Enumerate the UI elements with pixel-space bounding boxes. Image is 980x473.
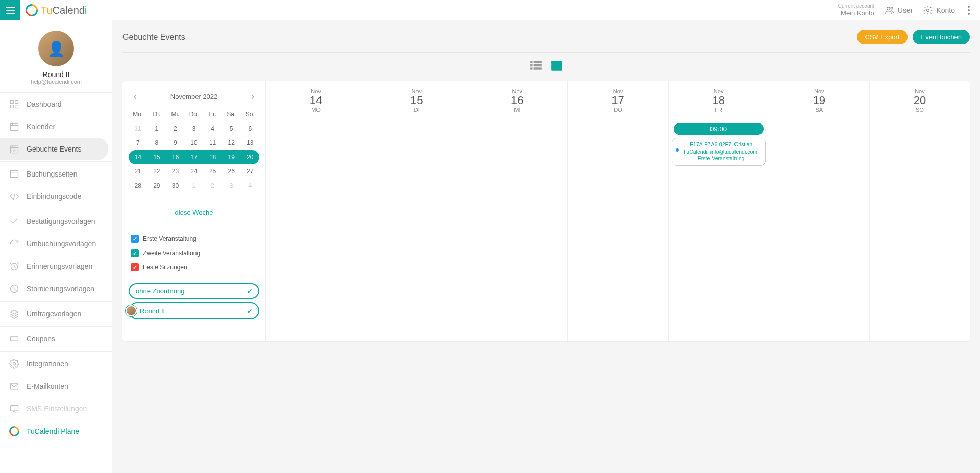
- mini-cal-day[interactable]: 3: [185, 121, 204, 136]
- svg-rect-3: [11, 101, 14, 104]
- mini-cal-day[interactable]: 12: [222, 136, 241, 150]
- prev-month[interactable]: ‹: [134, 91, 137, 102]
- mini-cal-day[interactable]: 15: [148, 150, 166, 164]
- mini-cal-day[interactable]: 13: [240, 136, 259, 150]
- check-icon: ✓: [247, 306, 253, 316]
- mini-cal-day[interactable]: 29: [148, 179, 166, 193]
- nav-kalender[interactable]: Kalender: [0, 115, 112, 138]
- day-header[interactable]: Nov15DI: [366, 81, 467, 118]
- logo-icon: [23, 2, 40, 19]
- user-menu[interactable]: User: [885, 5, 913, 15]
- mini-cal-day[interactable]: 8: [148, 136, 166, 150]
- mini-cal-day[interactable]: 30: [166, 179, 185, 193]
- day-header[interactable]: Nov16MI: [467, 81, 567, 118]
- mini-cal-day[interactable]: 28: [129, 179, 148, 193]
- mini-cal-title: November 2022: [170, 93, 218, 101]
- filter-label: Feste Sitzungen: [143, 264, 187, 271]
- svg-point-13: [13, 363, 16, 365]
- dashboard-icon: [9, 99, 19, 109]
- calendar-view-toggle[interactable]: [550, 59, 564, 73]
- day-header[interactable]: Nov19SA: [769, 81, 869, 118]
- mini-cal-day[interactable]: 27: [240, 164, 259, 179]
- mini-cal-day[interactable]: 17: [185, 150, 204, 164]
- mini-cal-day[interactable]: 7: [129, 136, 148, 150]
- mini-cal-day[interactable]: 2: [166, 121, 185, 136]
- mini-cal-day[interactable]: 11: [203, 136, 222, 150]
- mini-cal-day[interactable]: 21: [129, 164, 148, 179]
- nav-bestatigungsvorlagen[interactable]: Bestätigungsvorlagen: [0, 210, 112, 233]
- mini-cal-day[interactable]: 2: [203, 179, 222, 193]
- event-time-pill[interactable]: 09:00: [674, 123, 764, 135]
- nav-erinnerungsvorlagen[interactable]: Erinnerungsvorlagen: [0, 255, 112, 278]
- filter-event-type[interactable]: Erste Veranstaltung: [131, 232, 257, 246]
- mini-cal-day[interactable]: 6: [240, 121, 259, 136]
- svg-rect-23: [551, 61, 562, 63]
- nav-sms[interactable]: SMS Einstellungen: [0, 397, 112, 420]
- mini-cal-day[interactable]: 3: [222, 179, 241, 193]
- mini-cal-day[interactable]: 24: [185, 164, 204, 179]
- account-menu[interactable]: Konto: [923, 5, 955, 15]
- mini-cal-day[interactable]: 23: [166, 164, 185, 179]
- users-icon: [885, 5, 895, 15]
- dow-header: Di.: [148, 107, 166, 121]
- svg-rect-27: [553, 67, 554, 69]
- alarm-icon: [9, 261, 19, 271]
- mini-cal-day[interactable]: 4: [203, 121, 222, 136]
- next-month[interactable]: ›: [251, 91, 254, 102]
- svg-point-1: [891, 7, 893, 9]
- nav-einbindungscode[interactable]: Einbindungscode: [0, 185, 112, 208]
- mini-cal-day[interactable]: 16: [166, 150, 185, 164]
- event-card[interactable]: E17A-F7A6-02F7, Cristian TuCalendi, info…: [672, 138, 766, 166]
- mini-cal-day[interactable]: 19: [222, 150, 241, 164]
- mini-cal-day[interactable]: 31: [129, 121, 148, 136]
- filter-event-type[interactable]: Feste Sitzungen: [131, 260, 257, 275]
- profile-block: 👤 Round II help@tucalendi.com: [0, 26, 112, 92]
- refresh-icon: [9, 239, 19, 249]
- mini-cal-day[interactable]: 20: [240, 150, 259, 164]
- event-buchen-button[interactable]: Event buchen: [913, 30, 970, 44]
- assignee-filter[interactable]: Round II✓: [129, 302, 259, 319]
- logo-text: TuCalendi: [41, 5, 87, 16]
- mini-cal-day[interactable]: 5: [222, 121, 241, 136]
- sms-icon: [9, 404, 19, 414]
- nav-umfragevorlagen[interactable]: Umfragevorlagen: [0, 303, 112, 325]
- nav-dashboard[interactable]: Dashboard: [0, 93, 112, 115]
- svg-rect-7: [11, 123, 18, 130]
- brand-logo[interactable]: TuCalendi: [26, 4, 87, 16]
- nav-stornierungsvorlagen[interactable]: Stornierungsvorlagen: [0, 278, 112, 300]
- csv-export-button[interactable]: CSV Export: [857, 30, 908, 44]
- day-header[interactable]: Nov17DO: [567, 81, 668, 118]
- list-view-toggle[interactable]: [529, 59, 543, 73]
- this-week-link[interactable]: diese Woche: [175, 209, 213, 216]
- mini-cal-day[interactable]: 22: [148, 164, 166, 179]
- assignee-filter[interactable]: ohne Zuordnung✓: [129, 283, 259, 299]
- profile-email: help@tucalendi.com: [0, 79, 112, 85]
- nav-gebuchte-events[interactable]: Gebuchte Events: [0, 138, 108, 160]
- day-header[interactable]: Nov14MO: [265, 81, 366, 118]
- nav-integrationen[interactable]: Integrationen: [0, 353, 112, 375]
- mini-cal-day[interactable]: 14: [129, 150, 148, 164]
- nav-emailkonten[interactable]: E-Mailkonten: [0, 375, 112, 397]
- mini-cal-day[interactable]: 18: [203, 150, 222, 164]
- nav-plane[interactable]: TuCalendi Pläne: [0, 420, 112, 442]
- mini-cal-day[interactable]: 1: [148, 121, 166, 136]
- svg-rect-25: [556, 65, 557, 66]
- mini-cal-day[interactable]: 25: [203, 164, 222, 179]
- hamburger-menu[interactable]: [0, 0, 20, 20]
- mini-cal-day[interactable]: 1: [185, 179, 204, 193]
- nav-buchungsseiten[interactable]: Buchungsseiten: [0, 163, 112, 185]
- current-account[interactable]: Current account Mein Konto: [838, 3, 874, 17]
- mini-cal-day[interactable]: 4: [240, 179, 259, 193]
- day-column: [567, 118, 668, 341]
- page-icon: [9, 169, 19, 179]
- mini-cal-day[interactable]: 10: [185, 136, 204, 150]
- mini-cal-day[interactable]: 9: [166, 136, 185, 150]
- nav-umbuchungsvorlagen[interactable]: Umbuchungsvorlagen: [0, 233, 112, 255]
- mini-cal-day[interactable]: 26: [222, 164, 241, 179]
- filter-event-type[interactable]: Zweite Veranstaltung: [131, 246, 257, 260]
- more-menu[interactable]: [965, 3, 972, 17]
- day-header[interactable]: Nov20SO: [869, 81, 970, 118]
- day-header[interactable]: Nov18FR: [668, 81, 769, 118]
- nav-coupons[interactable]: Coupons: [0, 328, 112, 350]
- avatar[interactable]: 👤: [38, 31, 74, 66]
